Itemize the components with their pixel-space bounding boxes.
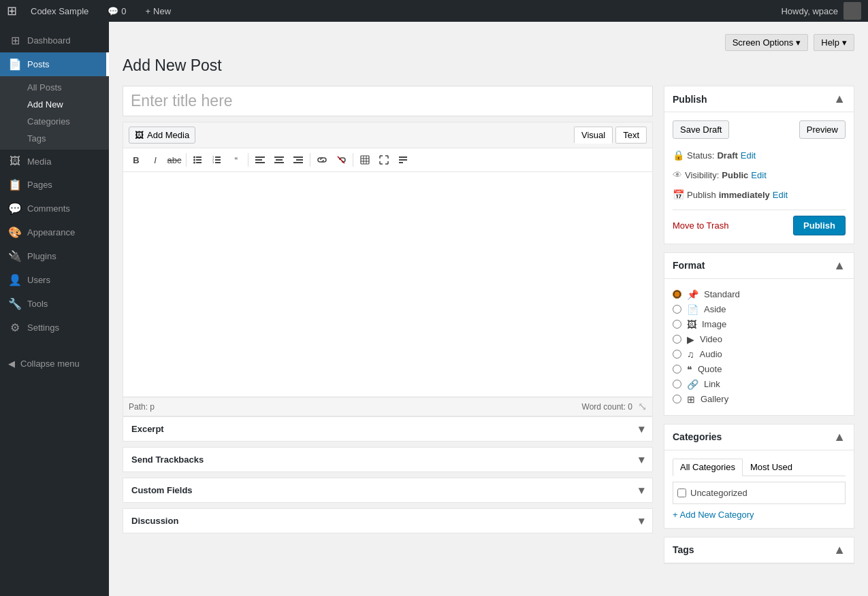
- site-name-link[interactable]: Codex Sample: [25, 3, 94, 19]
- comments-link[interactable]: 💬 0: [102, 3, 131, 19]
- help-chevron-icon: ▾: [842, 37, 847, 48]
- toolbar-align-center-button[interactable]: [270, 151, 288, 169]
- preview-button[interactable]: Preview: [799, 120, 846, 139]
- toolbar-strikethrough-button[interactable]: abc: [165, 151, 183, 169]
- submenu-add-new[interactable]: Add New: [0, 96, 109, 113]
- format-radio-image[interactable]: [673, 320, 681, 329]
- tab-most-used[interactable]: Most Used: [743, 459, 800, 476]
- tags-box-header[interactable]: Tags ▲: [664, 537, 854, 563]
- post-sidebar-column: Publish ▲ Save Draft Preview 🔒: [664, 86, 854, 572]
- format-label-audio: Audio: [700, 349, 722, 359]
- post-title-input[interactable]: [123, 86, 653, 116]
- sidebar-item-users[interactable]: 👤 Users: [0, 268, 109, 292]
- post-content-textarea[interactable]: [123, 172, 652, 397]
- format-radio-quote[interactable]: [673, 365, 681, 374]
- collapse-arrow-icon: ◀: [8, 359, 15, 369]
- sidebar-item-dashboard[interactable]: ⊞ Dashboard: [0, 29, 109, 52]
- appearance-icon: 🎨: [8, 226, 22, 239]
- toolbar-remove-link-button[interactable]: [332, 151, 350, 169]
- format-radio-link[interactable]: [673, 380, 681, 388]
- user-avatar[interactable]: [843, 2, 861, 20]
- discussion-header[interactable]: Discussion ▾: [123, 509, 652, 533]
- wp-logo-icon[interactable]: ⊞: [7, 3, 17, 18]
- toolbar-align-right-button[interactable]: [289, 151, 307, 169]
- add-media-button[interactable]: 🖼 Add Media: [129, 127, 195, 144]
- format-item-gallery: ⊞ Gallery: [673, 392, 846, 407]
- toolbar-blockquote-button[interactable]: “: [227, 151, 245, 169]
- format-radio-video[interactable]: [673, 335, 681, 344]
- tab-visual[interactable]: Visual: [574, 127, 613, 144]
- new-content-link[interactable]: + New: [140, 3, 177, 19]
- svg-rect-8: [215, 162, 221, 163]
- sidebar-item-posts[interactable]: 📄 Posts: [0, 52, 109, 76]
- svg-rect-15: [274, 156, 284, 158]
- format-box-header[interactable]: Format ▲: [664, 253, 854, 279]
- sidebar-item-settings[interactable]: ⚙ Settings: [0, 316, 109, 340]
- tab-all-categories[interactable]: All Categories: [673, 459, 743, 476]
- format-label-gallery: Gallery: [701, 394, 728, 404]
- toolbar-fullscreen-button[interactable]: [375, 151, 393, 169]
- visibility-row: 👁 Visibility: Public Edit: [673, 167, 846, 184]
- sidebar-item-tools[interactable]: 🔧 Tools: [0, 292, 109, 316]
- format-radio-gallery[interactable]: [673, 395, 681, 403]
- editor-resize-handle[interactable]: ⤡: [638, 400, 647, 413]
- toolbar-bold-button[interactable]: B: [127, 151, 145, 169]
- format-radio-audio[interactable]: [673, 350, 681, 359]
- link-format-icon: 🔗: [687, 379, 698, 390]
- category-label-uncategorized[interactable]: Uncategorized: [690, 488, 748, 498]
- category-checkbox-uncategorized[interactable]: [677, 489, 686, 497]
- submenu-categories[interactable]: Categories: [0, 113, 109, 130]
- admin-bar: ⊞ Codex Sample 💬 0 + New Howdy, wpace: [0, 0, 868, 22]
- help-button[interactable]: Help ▾: [814, 34, 854, 51]
- sidebar-item-pages[interactable]: 📋 Pages: [0, 173, 109, 197]
- status-edit-link[interactable]: Edit: [741, 148, 756, 163]
- save-draft-button[interactable]: Save Draft: [673, 120, 729, 139]
- toolbar-align-left-button[interactable]: [251, 151, 269, 169]
- publish-button[interactable]: Publish: [793, 216, 846, 235]
- editor-statusbar: Path: p Word count: 0 ⤡: [123, 397, 652, 416]
- custom-fields-chevron-icon: ▾: [639, 484, 644, 497]
- mce-toolbar: B I abc 123 “: [123, 148, 652, 172]
- visibility-edit-link[interactable]: Edit: [751, 167, 766, 183]
- submenu-all-posts[interactable]: All Posts: [0, 79, 109, 96]
- custom-fields-header[interactable]: Custom Fields ▾: [123, 478, 652, 502]
- add-new-category-link[interactable]: + Add New Category: [673, 510, 754, 520]
- tab-text[interactable]: Text: [615, 127, 647, 144]
- svg-rect-2: [196, 162, 202, 163]
- sidebar-item-plugins[interactable]: 🔌 Plugins: [0, 244, 109, 268]
- send-trackbacks-header[interactable]: Send Trackbacks ▾: [123, 448, 652, 471]
- toolbar-insert-table-button[interactable]: [356, 151, 374, 169]
- dashboard-icon: ⊞: [8, 34, 22, 47]
- svg-rect-27: [399, 156, 407, 158]
- publish-box-content: Save Draft Preview 🔒 Status: Draft Edit: [664, 112, 854, 244]
- format-label-image: Image: [702, 319, 726, 329]
- toolbar-toggle-button[interactable]: [394, 151, 412, 169]
- move-to-trash-link[interactable]: Move to Trash: [673, 220, 728, 231]
- sidebar-item-media[interactable]: 🖼 Media: [0, 150, 109, 173]
- format-radio-aside[interactable]: [673, 305, 681, 314]
- sidebar-item-comments[interactable]: 💬 Comments: [0, 197, 109, 220]
- publish-time-edit-link[interactable]: Edit: [773, 187, 788, 203]
- toolbar-link-button[interactable]: [313, 151, 331, 169]
- toolbar-ol-button[interactable]: 123: [208, 151, 226, 169]
- categories-box-header[interactable]: Categories ▲: [664, 425, 854, 450]
- svg-rect-16: [276, 159, 283, 161]
- sidebar-item-label: Comments: [27, 203, 70, 214]
- posts-submenu: All Posts Add New Categories Tags: [0, 76, 109, 150]
- format-item-image: 🖼 Image: [673, 317, 846, 332]
- toolbar-italic-button[interactable]: I: [146, 151, 164, 169]
- svg-rect-22: [361, 156, 369, 164]
- publish-meta: 🔒 Status: Draft Edit 👁 Visibility: Publi…: [673, 147, 846, 204]
- sidebar-item-label: Settings: [27, 322, 59, 333]
- toolbar-ul-button[interactable]: [189, 151, 207, 169]
- publish-box-header[interactable]: Publish ▲: [664, 86, 854, 112]
- format-radio-standard[interactable]: [673, 290, 681, 299]
- send-trackbacks-label: Send Trackbacks: [131, 454, 204, 465]
- sidebar-item-appearance[interactable]: 🎨 Appearance: [0, 220, 109, 244]
- edit-post-layout: 🖼 Add Media Visual Text B: [123, 86, 854, 572]
- screen-options-button[interactable]: Screen Options ▾: [725, 34, 809, 51]
- collapse-menu-button[interactable]: ◀ Collapse menu: [0, 353, 109, 374]
- excerpt-header[interactable]: Excerpt ▾: [123, 417, 652, 441]
- format-item-aside: 📄 Aside: [673, 302, 846, 317]
- submenu-tags[interactable]: Tags: [0, 130, 109, 147]
